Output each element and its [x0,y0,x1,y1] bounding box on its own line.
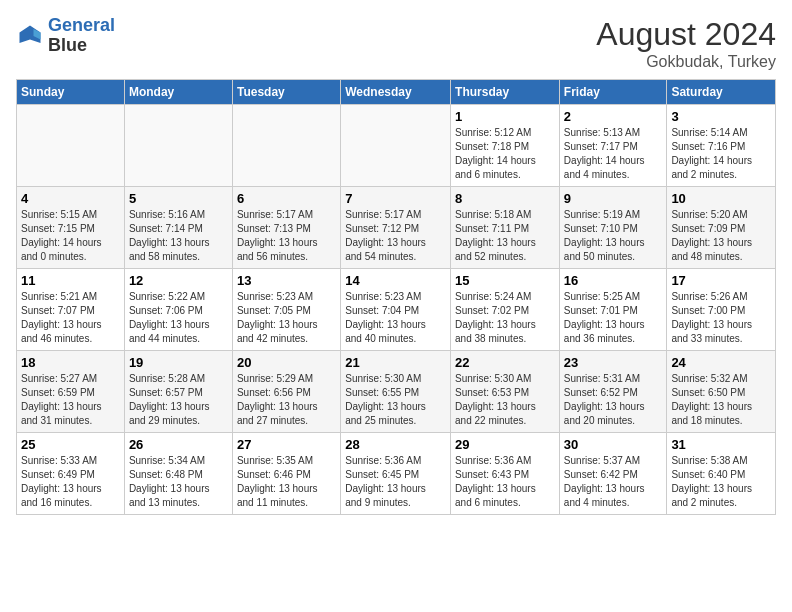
day-cell: 30Sunrise: 5:37 AM Sunset: 6:42 PM Dayli… [559,433,667,515]
day-detail: Sunrise: 5:24 AM Sunset: 7:02 PM Dayligh… [455,290,555,346]
week-row-0: 1Sunrise: 5:12 AM Sunset: 7:18 PM Daylig… [17,105,776,187]
day-number: 15 [455,273,555,288]
main-title: August 2024 [596,16,776,53]
day-number: 9 [564,191,663,206]
day-number: 24 [671,355,771,370]
day-header-monday: Monday [124,80,232,105]
day-detail: Sunrise: 5:25 AM Sunset: 7:01 PM Dayligh… [564,290,663,346]
day-cell: 14Sunrise: 5:23 AM Sunset: 7:04 PM Dayli… [341,269,451,351]
day-detail: Sunrise: 5:30 AM Sunset: 6:53 PM Dayligh… [455,372,555,428]
day-number: 20 [237,355,336,370]
day-number: 12 [129,273,228,288]
day-number: 29 [455,437,555,452]
week-row-3: 18Sunrise: 5:27 AM Sunset: 6:59 PM Dayli… [17,351,776,433]
day-number: 19 [129,355,228,370]
day-detail: Sunrise: 5:12 AM Sunset: 7:18 PM Dayligh… [455,126,555,182]
day-cell: 21Sunrise: 5:30 AM Sunset: 6:55 PM Dayli… [341,351,451,433]
day-cell: 25Sunrise: 5:33 AM Sunset: 6:49 PM Dayli… [17,433,125,515]
logo-icon [16,22,44,50]
day-cell: 9Sunrise: 5:19 AM Sunset: 7:10 PM Daylig… [559,187,667,269]
day-detail: Sunrise: 5:27 AM Sunset: 6:59 PM Dayligh… [21,372,120,428]
day-cell: 20Sunrise: 5:29 AM Sunset: 6:56 PM Dayli… [232,351,340,433]
day-detail: Sunrise: 5:38 AM Sunset: 6:40 PM Dayligh… [671,454,771,510]
day-detail: Sunrise: 5:21 AM Sunset: 7:07 PM Dayligh… [21,290,120,346]
day-detail: Sunrise: 5:15 AM Sunset: 7:15 PM Dayligh… [21,208,120,264]
day-number: 11 [21,273,120,288]
day-cell: 1Sunrise: 5:12 AM Sunset: 7:18 PM Daylig… [451,105,560,187]
day-number: 30 [564,437,663,452]
day-cell: 17Sunrise: 5:26 AM Sunset: 7:00 PM Dayli… [667,269,776,351]
day-cell: 31Sunrise: 5:38 AM Sunset: 6:40 PM Dayli… [667,433,776,515]
logo-text: General Blue [48,16,115,56]
day-cell: 24Sunrise: 5:32 AM Sunset: 6:50 PM Dayli… [667,351,776,433]
day-cell: 3Sunrise: 5:14 AM Sunset: 7:16 PM Daylig… [667,105,776,187]
week-row-2: 11Sunrise: 5:21 AM Sunset: 7:07 PM Dayli… [17,269,776,351]
day-cell: 5Sunrise: 5:16 AM Sunset: 7:14 PM Daylig… [124,187,232,269]
day-cell: 15Sunrise: 5:24 AM Sunset: 7:02 PM Dayli… [451,269,560,351]
day-cell: 16Sunrise: 5:25 AM Sunset: 7:01 PM Dayli… [559,269,667,351]
day-detail: Sunrise: 5:20 AM Sunset: 7:09 PM Dayligh… [671,208,771,264]
day-number: 5 [129,191,228,206]
day-cell: 18Sunrise: 5:27 AM Sunset: 6:59 PM Dayli… [17,351,125,433]
day-cell: 29Sunrise: 5:36 AM Sunset: 6:43 PM Dayli… [451,433,560,515]
day-header-tuesday: Tuesday [232,80,340,105]
day-detail: Sunrise: 5:13 AM Sunset: 7:17 PM Dayligh… [564,126,663,182]
day-cell: 22Sunrise: 5:30 AM Sunset: 6:53 PM Dayli… [451,351,560,433]
logo: General Blue [16,16,115,56]
day-number: 4 [21,191,120,206]
day-number: 18 [21,355,120,370]
day-number: 27 [237,437,336,452]
day-number: 10 [671,191,771,206]
page-header: General Blue August 2024 Gokbudak, Turke… [16,16,776,71]
day-number: 28 [345,437,446,452]
day-cell: 12Sunrise: 5:22 AM Sunset: 7:06 PM Dayli… [124,269,232,351]
day-cell: 28Sunrise: 5:36 AM Sunset: 6:45 PM Dayli… [341,433,451,515]
day-header-friday: Friday [559,80,667,105]
day-number: 22 [455,355,555,370]
day-cell: 8Sunrise: 5:18 AM Sunset: 7:11 PM Daylig… [451,187,560,269]
calendar-header-row: SundayMondayTuesdayWednesdayThursdayFrid… [17,80,776,105]
day-cell: 6Sunrise: 5:17 AM Sunset: 7:13 PM Daylig… [232,187,340,269]
day-cell: 2Sunrise: 5:13 AM Sunset: 7:17 PM Daylig… [559,105,667,187]
day-detail: Sunrise: 5:32 AM Sunset: 6:50 PM Dayligh… [671,372,771,428]
day-number: 6 [237,191,336,206]
day-cell: 26Sunrise: 5:34 AM Sunset: 6:48 PM Dayli… [124,433,232,515]
day-detail: Sunrise: 5:17 AM Sunset: 7:13 PM Dayligh… [237,208,336,264]
day-number: 2 [564,109,663,124]
day-detail: Sunrise: 5:31 AM Sunset: 6:52 PM Dayligh… [564,372,663,428]
day-cell: 4Sunrise: 5:15 AM Sunset: 7:15 PM Daylig… [17,187,125,269]
day-number: 26 [129,437,228,452]
day-detail: Sunrise: 5:29 AM Sunset: 6:56 PM Dayligh… [237,372,336,428]
day-detail: Sunrise: 5:22 AM Sunset: 7:06 PM Dayligh… [129,290,228,346]
day-number: 3 [671,109,771,124]
day-number: 13 [237,273,336,288]
logo-line1: General [48,15,115,35]
title-block: August 2024 Gokbudak, Turkey [596,16,776,71]
day-number: 8 [455,191,555,206]
day-detail: Sunrise: 5:18 AM Sunset: 7:11 PM Dayligh… [455,208,555,264]
week-row-1: 4Sunrise: 5:15 AM Sunset: 7:15 PM Daylig… [17,187,776,269]
day-detail: Sunrise: 5:17 AM Sunset: 7:12 PM Dayligh… [345,208,446,264]
logo-line2: Blue [48,36,115,56]
day-cell: 7Sunrise: 5:17 AM Sunset: 7:12 PM Daylig… [341,187,451,269]
day-detail: Sunrise: 5:30 AM Sunset: 6:55 PM Dayligh… [345,372,446,428]
day-detail: Sunrise: 5:33 AM Sunset: 6:49 PM Dayligh… [21,454,120,510]
day-detail: Sunrise: 5:28 AM Sunset: 6:57 PM Dayligh… [129,372,228,428]
day-number: 16 [564,273,663,288]
day-number: 23 [564,355,663,370]
day-detail: Sunrise: 5:23 AM Sunset: 7:05 PM Dayligh… [237,290,336,346]
day-detail: Sunrise: 5:36 AM Sunset: 6:45 PM Dayligh… [345,454,446,510]
day-cell: 10Sunrise: 5:20 AM Sunset: 7:09 PM Dayli… [667,187,776,269]
day-number: 31 [671,437,771,452]
day-cell [17,105,125,187]
day-header-thursday: Thursday [451,80,560,105]
day-number: 14 [345,273,446,288]
day-number: 7 [345,191,446,206]
day-number: 25 [21,437,120,452]
day-detail: Sunrise: 5:23 AM Sunset: 7:04 PM Dayligh… [345,290,446,346]
day-detail: Sunrise: 5:36 AM Sunset: 6:43 PM Dayligh… [455,454,555,510]
day-header-wednesday: Wednesday [341,80,451,105]
day-detail: Sunrise: 5:26 AM Sunset: 7:00 PM Dayligh… [671,290,771,346]
day-detail: Sunrise: 5:35 AM Sunset: 6:46 PM Dayligh… [237,454,336,510]
day-cell [232,105,340,187]
